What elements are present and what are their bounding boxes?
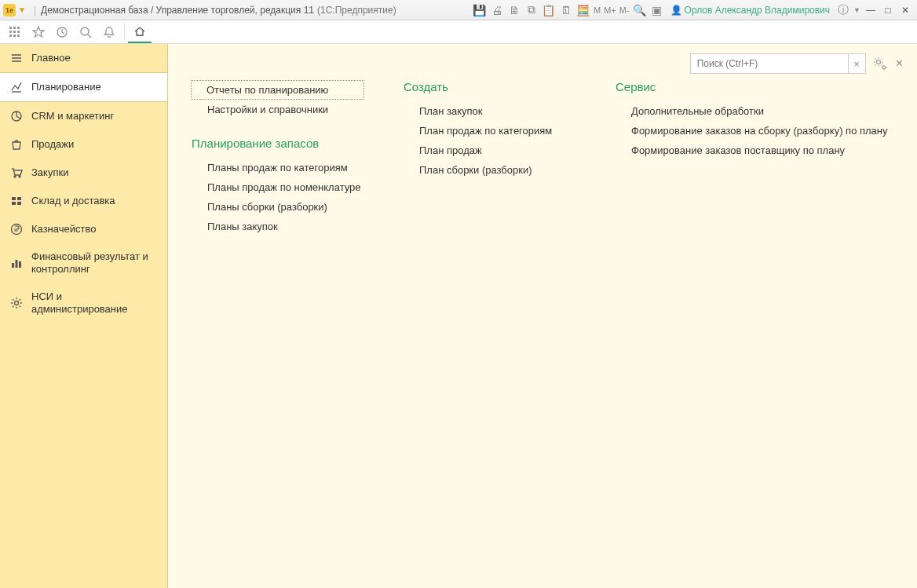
- save-icon[interactable]: 💾: [472, 2, 488, 18]
- svg-rect-6: [9, 35, 12, 37]
- sidebar-item-planning[interactable]: Планирование: [0, 72, 167, 102]
- sidebar-item-label: Планирование: [31, 81, 158, 93]
- zoom-icon[interactable]: 🔍: [632, 2, 648, 18]
- memory-m-button[interactable]: M: [592, 5, 602, 15]
- sidebar-item-label: Главное: [31, 52, 158, 64]
- link-reports-planning[interactable]: Отчеты по планированию: [191, 80, 364, 100]
- bars-icon: [9, 256, 24, 270]
- notifications-icon[interactable]: [97, 21, 121, 43]
- svg-rect-8: [17, 35, 20, 37]
- compare-icon[interactable]: ⧉: [524, 2, 539, 18]
- preview-icon[interactable]: 🗎: [506, 2, 522, 18]
- link-form-supplier-orders[interactable]: Формирование заказов поставщику по плану: [616, 141, 888, 160]
- favorites-icon[interactable]: [27, 21, 50, 43]
- sidebar-item-label: НСИ и администрирование: [31, 290, 158, 316]
- window-maximize-button[interactable]: □: [879, 3, 897, 17]
- memory-mplus-button[interactable]: M+: [602, 5, 618, 15]
- layout: Главное Планирование CRM и маркетинг Про…: [0, 44, 917, 588]
- svg-point-29: [876, 60, 880, 64]
- svg-line-12: [88, 35, 91, 38]
- info-dropdown-icon[interactable]: ▼: [852, 6, 862, 14]
- memory-mminus-button[interactable]: M-: [618, 5, 631, 15]
- settings-icon[interactable]: [872, 56, 888, 71]
- link-settings-references[interactable]: Настройки и справочники: [192, 100, 364, 119]
- warehouse-icon: [9, 194, 24, 208]
- svg-rect-23: [17, 202, 21, 205]
- link-sales-plans-nomenclature[interactable]: Планы продаж по номенклатуре: [192, 177, 364, 197]
- app-dropdown-icon[interactable]: ▼: [18, 5, 26, 14]
- link-additional-processing[interactable]: Дополнительные обработки: [616, 101, 888, 121]
- sidebar-item-label: Казначейство: [31, 223, 158, 236]
- svg-rect-4: [13, 31, 16, 33]
- sidebar-item-label: Продажи: [31, 138, 158, 151]
- search-icon[interactable]: [74, 21, 97, 43]
- info-icon[interactable]: ⓘ: [835, 2, 851, 18]
- link-create-assembly-plan[interactable]: План сборки (разборки): [404, 160, 576, 180]
- search-clear-button[interactable]: ×: [848, 54, 865, 73]
- bag-icon: [9, 137, 24, 152]
- svg-point-19: [19, 176, 20, 177]
- svg-rect-26: [16, 260, 18, 268]
- app-logo-icon: 1e: [3, 4, 16, 16]
- main-toolbar: [0, 20, 917, 44]
- sidebar-item-treasury[interactable]: Казначейство: [0, 215, 167, 243]
- home-tab-icon[interactable]: [128, 21, 152, 43]
- link-form-assembly-orders[interactable]: Формирование заказов на сборку (разборку…: [616, 121, 888, 141]
- sidebar-item-purchases[interactable]: Закупки: [0, 159, 167, 187]
- svg-rect-5: [17, 31, 20, 33]
- svg-rect-1: [13, 27, 16, 29]
- search-input[interactable]: [691, 58, 848, 69]
- sidebar-item-admin[interactable]: НСИ и администрирование: [0, 283, 167, 323]
- calculator-icon[interactable]: 🧮: [575, 2, 591, 18]
- print-icon[interactable]: 🖨: [489, 2, 505, 18]
- link-assembly-plans[interactable]: Планы сборки (разборки): [192, 197, 364, 217]
- section-title-inventory-planning: Планирование запасов: [192, 137, 364, 150]
- section-title-service: Сервис: [616, 80, 888, 93]
- sidebar-item-sales[interactable]: Продажи: [0, 130, 167, 159]
- link-create-sales-plan[interactable]: План продаж: [404, 141, 576, 160]
- toolbar-divider: [124, 24, 125, 41]
- svg-rect-21: [17, 197, 21, 200]
- panel-close-button[interactable]: ×: [894, 57, 904, 71]
- svg-rect-25: [12, 263, 14, 268]
- svg-rect-22: [12, 202, 16, 205]
- sidebar-item-label: CRM и маркетинг: [31, 110, 158, 122]
- svg-rect-2: [17, 27, 20, 29]
- apps-icon[interactable]: [3, 21, 27, 43]
- svg-rect-7: [13, 35, 16, 37]
- window-title-suffix: (1С:Предприятие): [317, 5, 396, 16]
- sidebar-item-crm[interactable]: CRM и маркетинг: [0, 102, 167, 130]
- content-panel: × × Отчеты по планированию Настройки и с…: [168, 44, 917, 588]
- svg-rect-20: [12, 197, 16, 200]
- window-minimize-button[interactable]: —: [862, 3, 879, 17]
- section-columns: Отчеты по планированию Настройки и справ…: [168, 58, 917, 236]
- sidebar-item-main[interactable]: Главное: [0, 44, 167, 72]
- column-service: Сервис Дополнительные обработки Формиров…: [616, 80, 888, 236]
- ruble-icon: [9, 222, 24, 236]
- separator: |: [34, 5, 36, 16]
- link-create-purchase-plan[interactable]: План закупок: [404, 101, 576, 121]
- calendar-icon[interactable]: 🗓: [558, 2, 574, 18]
- column-general: Отчеты по планированию Настройки и справ…: [192, 80, 364, 236]
- sidebar-item-label: Закупки: [31, 166, 158, 179]
- link-sales-plans-categories[interactable]: Планы продаж по категориям: [192, 158, 364, 177]
- section-title-create: Создать: [404, 80, 576, 93]
- sidebar-item-finance[interactable]: Финансовый результат и контроллинг: [0, 243, 167, 283]
- search-box: ×: [690, 53, 866, 74]
- svg-point-30: [882, 66, 886, 69]
- column-create: Создать План закупок План продаж по кате…: [404, 80, 576, 236]
- copy-icon[interactable]: 📋: [541, 2, 557, 18]
- sidebar-item-warehouse[interactable]: Склад и доставка: [0, 187, 167, 215]
- current-user[interactable]: 👤 Орлов Александр Владимирович: [670, 5, 831, 16]
- window-close-button[interactable]: ✕: [897, 3, 914, 17]
- svg-rect-27: [19, 261, 21, 268]
- gear-icon: [9, 296, 24, 310]
- sidebar-item-label: Склад и доставка: [31, 195, 158, 207]
- svg-rect-0: [9, 27, 12, 29]
- history-icon[interactable]: [50, 21, 74, 43]
- link-create-sales-plan-categories[interactable]: План продаж по категориям: [404, 121, 576, 141]
- panel-icon[interactable]: ▣: [649, 2, 665, 18]
- link-purchase-plans[interactable]: Планы закупок: [192, 217, 364, 236]
- svg-marker-9: [33, 27, 44, 37]
- menu-icon: [9, 51, 24, 65]
